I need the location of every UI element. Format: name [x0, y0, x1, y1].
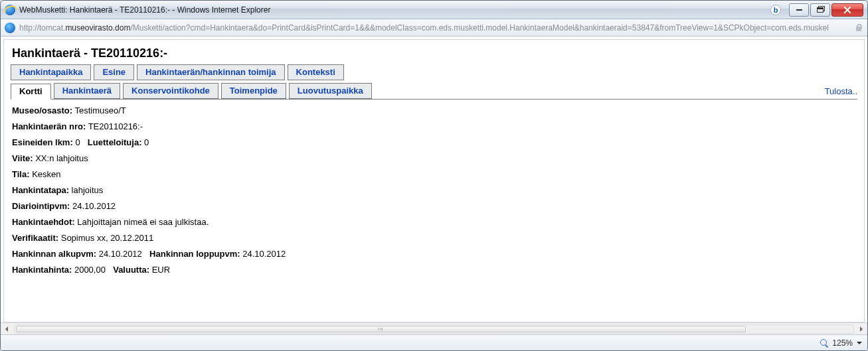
field-viite: Viite: XX:n lahjoitus: [12, 153, 856, 163]
label-luetteloituja: Luetteloituja:: [88, 137, 142, 147]
tab-row-secondary: Kortti Hankintaerä Konservointikohde Toi…: [11, 83, 857, 100]
lock-icon: [854, 23, 863, 33]
label-nro: Hankintaerän nro:: [12, 121, 86, 131]
value-lkm: 0: [75, 137, 80, 147]
field-diariointipvm: Diariointipvm: 24.10.2012: [12, 201, 856, 211]
ie-icon: [5, 5, 15, 15]
value-ehdot: Lahjoittajan nimeä ei saa julkistaa.: [77, 217, 209, 227]
zoom-value: 125%: [832, 338, 853, 348]
field-lkm: Esineiden lkm: 0 Luetteloituja: 0: [12, 137, 856, 147]
value-nro: TE20110216:-: [88, 121, 143, 131]
value-tila: Kesken: [32, 169, 60, 179]
label-tila: Tila:: [12, 169, 30, 179]
label-diariointipvm: Diariointipvm:: [12, 201, 70, 211]
label-viite: Viite:: [12, 153, 33, 163]
print-link[interactable]: Tulosta..: [825, 86, 857, 96]
horizontal-scrollbar[interactable]: [1, 322, 867, 334]
value-diariointipvm: 24.10.2012: [72, 201, 116, 211]
value-museo: Testimuseo/T: [74, 105, 126, 115]
tab-kortti[interactable]: Kortti: [11, 84, 51, 100]
tab-konservointikohde[interactable]: Konservointikohde: [123, 83, 218, 99]
close-button[interactable]: [831, 3, 863, 17]
window-controls: [789, 3, 863, 17]
scrollbar-track[interactable]: [14, 324, 854, 334]
address-bar: http://tomcat.museovirasto.dom/Musketti/…: [1, 19, 867, 36]
scrollbar-thumb[interactable]: [16, 326, 746, 332]
tab-row-primary: Hankintapaikka Esine Hankintaerän/hankin…: [11, 64, 857, 80]
status-bar: 125%: [1, 334, 867, 350]
value-valuutta: EUR: [152, 265, 170, 275]
field-tila: Tila: Kesken: [12, 169, 856, 179]
field-museo: Museo/osasto: Testimuseo/T: [12, 105, 856, 115]
page-title: Hankintaerä - TE20110216:-: [12, 46, 857, 60]
ie-window: WebMusketti: Hankintaerä - TE20110216:- …: [0, 0, 868, 351]
label-museo: Museo/osasto:: [12, 105, 72, 115]
label-tapa: Hankintatapa:: [12, 185, 69, 195]
record-fields: Museo/osasto: Testimuseo/T Hankintaerän …: [12, 105, 856, 275]
label-lkm: Esineiden lkm:: [12, 137, 73, 147]
label-loppupvm: Hankinnan loppupvm:: [149, 249, 240, 259]
label-verifikaatit: Verifikaatit:: [12, 233, 58, 243]
tab-esine[interactable]: Esine: [94, 64, 134, 80]
field-hinta: Hankintahinta: 2000,00 Valuutta: EUR: [12, 265, 856, 275]
value-tapa: lahjoitus: [72, 185, 104, 195]
url-prefix: http://tomcat.: [19, 23, 65, 33]
scroll-right-icon[interactable]: [855, 324, 866, 334]
scroll-left-icon[interactable]: [2, 324, 13, 334]
zoom-icon[interactable]: [820, 339, 828, 347]
value-hinta: 2000,00: [74, 265, 106, 275]
url-field[interactable]: http://tomcat.museovirasto.dom/Musketti/…: [19, 23, 850, 33]
tab-luovutuspaikka[interactable]: Luovutuspaikka: [289, 83, 372, 99]
value-viite: XX:n lahjoitus: [35, 153, 88, 163]
field-nro: Hankintaerän nro: TE20110216:-: [12, 121, 856, 131]
chevron-down-icon[interactable]: [857, 342, 862, 344]
tab-toimenpide[interactable]: Toimenpide: [221, 83, 286, 99]
label-alkupvm: Hankinnan alkupvm:: [12, 249, 96, 259]
value-luetteloituja: 0: [144, 137, 149, 147]
window-title: WebMusketti: Hankintaerä - TE20110216:- …: [19, 5, 766, 15]
tab-konteksti[interactable]: Konteksti: [288, 64, 344, 80]
field-alkupvm: Hankinnan alkupvm: 24.10.2012 Hankinnan …: [12, 249, 856, 259]
tab-hankintaera[interactable]: Hankintaerä: [54, 83, 120, 99]
url-path: /Musketti/action?cmd=Hankintaera&do=Prin…: [130, 23, 829, 33]
field-verifikaatit: Verifikaatit: Sopimus xx, 20.12.2011: [12, 233, 856, 243]
field-ehdot: Hankintaehdot: Lahjoittajan nimeä ei saa…: [12, 217, 856, 227]
field-tapa: Hankintatapa: lahjoitus: [12, 185, 856, 195]
tab-hankintapaikka[interactable]: Hankintapaikka: [11, 64, 91, 80]
maximize-button[interactable]: [810, 3, 830, 17]
label-hinta: Hankintahinta:: [12, 265, 72, 275]
minimize-button[interactable]: [789, 3, 809, 17]
tab-toimija[interactable]: Hankintaerän/hankinnan toimija: [137, 64, 285, 80]
page-body: Hankintaerä - TE20110216:- Hankintapaikk…: [3, 39, 865, 322]
url-domain: museovirasto.dom: [65, 23, 130, 33]
value-alkupvm: 24.10.2012: [99, 249, 142, 259]
label-ehdot: Hankintaehdot:: [12, 217, 75, 227]
label-valuutta: Valuutta:: [113, 265, 149, 275]
titlebar: WebMusketti: Hankintaerä - TE20110216:- …: [1, 1, 867, 19]
bing-icon[interactable]: b: [770, 5, 781, 15]
value-loppupvm: 24.10.2012: [242, 249, 286, 259]
content-area: Hankintaerä - TE20110216:- Hankintapaikk…: [1, 36, 867, 334]
ie-favicon-icon: [5, 23, 15, 33]
value-verifikaatit: Sopimus xx, 20.12.2011: [61, 233, 153, 243]
